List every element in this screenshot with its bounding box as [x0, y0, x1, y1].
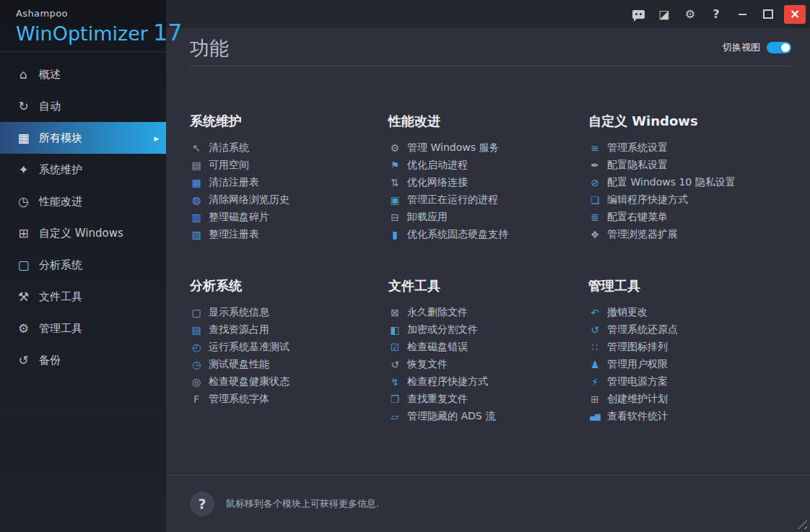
overview-icon: ⌂ — [14, 67, 33, 82]
module-item-privacy-settings[interactable]: ✒ 配置隐私设置 — [588, 157, 791, 174]
sidebar-item-label: 所有模块 — [39, 131, 82, 145]
sidebar-item-auto[interactable]: ↻ 自动 ▸ — [0, 90, 166, 122]
module-item-browser-extensions[interactable]: ❖ 管理浏览器扩展 — [588, 226, 791, 243]
module-label: 管理隐藏的 ADS 流 — [407, 410, 495, 423]
manage-ads-streams-icon: ▱ — [388, 411, 401, 422]
module-item-restore-points[interactable]: ↺ 管理系统还原点 — [588, 321, 791, 339]
group-title: 性能改进 — [388, 113, 588, 130]
module-label: 管理图标排列 — [607, 341, 668, 354]
module-item-manage-ads-streams[interactable]: ▱ 管理隐藏的 ADS 流 — [388, 408, 588, 425]
sidebar-item-file-tools[interactable]: ⚒ 文件工具 ▸ — [0, 281, 166, 313]
admin-tools-icon: ⚙ — [14, 321, 33, 336]
active-arrow-icon: ▸ — [154, 133, 159, 144]
group-system-maintenance: 系统维护 ↖ 清洁系统 ▤ 可用空间 ▦ 清洁注册表 — [190, 113, 388, 243]
module-item-power-plans[interactable]: ⚡ 管理电源方案 — [588, 373, 791, 391]
close-button[interactable]: × — [784, 5, 806, 24]
sidebar-item-analyze-system[interactable]: ▢ 分析系统 ▸ — [0, 249, 166, 281]
group-items: ⊠ 永久删除文件 ◧ 加密或分割文件 ☑ 检查磁盘错误 ↺ — [388, 304, 588, 425]
module-item-defrag-registry[interactable]: ▧ 整理注册表 — [190, 226, 388, 243]
module-label: 创建维护计划 — [607, 393, 668, 406]
module-item-manage-system-settings[interactable]: ≡ 管理系统设置 — [588, 139, 791, 157]
module-item-check-shortcuts[interactable]: ↯ 检查程序快捷方式 — [388, 373, 588, 391]
module-item-maintenance-schedule[interactable]: ⊞ 创建维护计划 — [588, 391, 791, 408]
module-item-win10-privacy[interactable]: ⊘ 配置 Windows 10 隐私设置 — [588, 174, 791, 191]
settings-button[interactable]: ⚙ — [677, 0, 703, 28]
browser-extensions-icon: ❖ — [588, 229, 601, 240]
switch-view-toggle[interactable]: 切换视图 — [723, 41, 791, 54]
help-button[interactable]: ? — [703, 0, 729, 28]
sidebar-item-label: 文件工具 — [39, 290, 82, 304]
feedback-bubble-icon — [632, 10, 645, 19]
module-item-undo-changes[interactable]: ↶ 撤销更改 — [588, 304, 791, 321]
module-item-disk-benchmark[interactable]: ◷ 测试硬盘性能 — [190, 356, 388, 373]
module-label: 加密或分割文件 — [407, 323, 478, 336]
module-label: 清除网络浏览历史 — [209, 193, 289, 206]
sidebar-item-backup[interactable]: ↺ 备份 ▸ — [0, 344, 166, 376]
undo-changes-icon: ↶ — [588, 307, 601, 318]
module-label: 检查硬盘健康状态 — [209, 375, 289, 388]
module-item-user-rights[interactable]: ♟ 管理用户权限 — [588, 356, 791, 373]
module-label: 测试硬盘性能 — [209, 358, 269, 371]
module-item-optimize-startup[interactable]: ⚑ 优化启动进程 — [388, 157, 588, 174]
module-item-clear-browse-history[interactable]: ◍ 清除网络浏览历史 — [190, 191, 388, 209]
module-item-resource-usage[interactable]: ▤ 查找资源占用 — [190, 321, 388, 339]
optimize-startup-icon: ⚑ — [388, 160, 401, 171]
module-label: 管理系统设置 — [607, 141, 668, 154]
sidebar-item-system-maintenance[interactable]: ✦ 系统维护 ▸ — [0, 154, 166, 186]
module-item-optimize-ssd[interactable]: ▮ 优化系统固态硬盘支持 — [388, 226, 588, 243]
module-item-restore-files[interactable]: ↺ 恢复文件 — [388, 356, 588, 373]
module-item-manage-fonts[interactable]: F 管理系统字体 — [190, 391, 388, 408]
maximize-button[interactable] — [755, 0, 781, 28]
module-item-manage-processes[interactable]: ▣ 管理正在运行的进程 — [388, 191, 588, 209]
sidebar-item-admin-tools[interactable]: ⚙ 管理工具 ▸ — [0, 313, 166, 344]
feedback-button[interactable] — [625, 0, 651, 28]
module-label: 运行系统基准测试 — [209, 341, 289, 354]
modules-grid: 系统维护 ↖ 清洁系统 ▤ 可用空间 ▦ 清洁注册表 — [190, 113, 791, 425]
module-item-encrypt-split-files[interactable]: ◧ 加密或分割文件 — [388, 321, 588, 339]
sidebar-item-performance[interactable]: ◷ 性能改进 ▸ — [0, 186, 166, 217]
module-label: 管理浏览器扩展 — [607, 228, 678, 241]
module-label: 管理系统还原点 — [607, 323, 678, 336]
group-analyze-system: 分析系统 ▢ 显示系统信息 ▤ 查找资源占用 ◴ 运行系统基准测 — [190, 277, 388, 425]
minimize-button[interactable] — [729, 0, 755, 28]
group-items: ↶ 撤销更改 ↺ 管理系统还原点 ∷ 管理图标排列 ♟ — [588, 304, 791, 425]
module-item-defrag-disk[interactable]: ▥ 整理磁盘碎片 — [190, 209, 388, 226]
performance-icon: ◷ — [14, 194, 33, 209]
module-item-optimize-network[interactable]: ⇅ 优化网络连接 — [388, 174, 588, 191]
module-item-context-menu[interactable]: ≣ 配置右键菜单 — [588, 209, 791, 226]
module-item-clean-registry[interactable]: ▦ 清洁注册表 — [190, 174, 388, 191]
module-item-edit-shortcuts[interactable]: ❏ 编辑程序快捷方式 — [588, 191, 791, 209]
module-item-benchmark[interactable]: ◴ 运行系统基准测试 — [190, 339, 388, 356]
whats-new-button[interactable]: ◪ — [651, 0, 677, 28]
find-duplicates-icon: ❐ — [388, 393, 401, 405]
module-label: 优化启动进程 — [407, 159, 468, 172]
sidebar-item-label: 系统维护 — [39, 163, 82, 177]
module-item-check-disk-errors[interactable]: ☑ 检查磁盘错误 — [388, 339, 588, 356]
sidebar-item-overview[interactable]: ⌂ 概述 ▸ — [0, 58, 166, 90]
module-label: 恢复文件 — [407, 358, 448, 371]
sidebar-item-customize-windows[interactable]: ⊞ 自定义 Windows ▸ — [0, 217, 166, 249]
module-item-free-space[interactable]: ▤ 可用空间 — [190, 157, 388, 174]
module-label: 管理用户权限 — [607, 358, 668, 371]
sidebar-item-all-modules[interactable]: ▦ 所有模块 ▸ — [0, 122, 166, 154]
module-item-software-statistics[interactable]: ▄▆ 查看软件统计 — [588, 408, 791, 425]
help-icon: ? — [713, 7, 719, 21]
group-items: ≡ 管理系统设置 ✒ 配置隐私设置 ⊘ 配置 Windows 10 隐私设置 — [588, 139, 791, 243]
module-item-system-info[interactable]: ▢ 显示系统信息 — [190, 304, 388, 321]
module-item-disk-health[interactable]: ◎ 检查硬盘健康状态 — [190, 373, 388, 391]
module-label: 优化网络连接 — [407, 176, 468, 189]
module-item-uninstall-apps[interactable]: ⊟ 卸载应用 — [388, 209, 588, 226]
module-item-wipe-files[interactable]: ⊠ 永久删除文件 — [388, 304, 588, 321]
module-item-icon-layout[interactable]: ∷ 管理图标排列 — [588, 339, 791, 356]
module-item-clean-system[interactable]: ↖ 清洁系统 — [190, 139, 388, 157]
module-item-manage-services[interactable]: ⚙ 管理 Windows 服务 — [388, 139, 588, 157]
module-label: 配置右键菜单 — [607, 211, 668, 224]
module-label: 整理磁盘碎片 — [209, 211, 269, 224]
module-label: 清洁系统 — [209, 141, 249, 154]
sidebar-item-label: 自动 — [39, 100, 61, 113]
resource-usage-icon: ▤ — [190, 324, 203, 336]
toggle-switch[interactable] — [767, 42, 791, 53]
group-file-tools: 文件工具 ⊠ 永久删除文件 ◧ 加密或分割文件 ☑ 检查磁盘错误 — [388, 277, 588, 425]
manage-processes-icon: ▣ — [388, 194, 401, 206]
module-item-find-duplicates[interactable]: ❐ 查找重复文件 — [388, 391, 588, 408]
